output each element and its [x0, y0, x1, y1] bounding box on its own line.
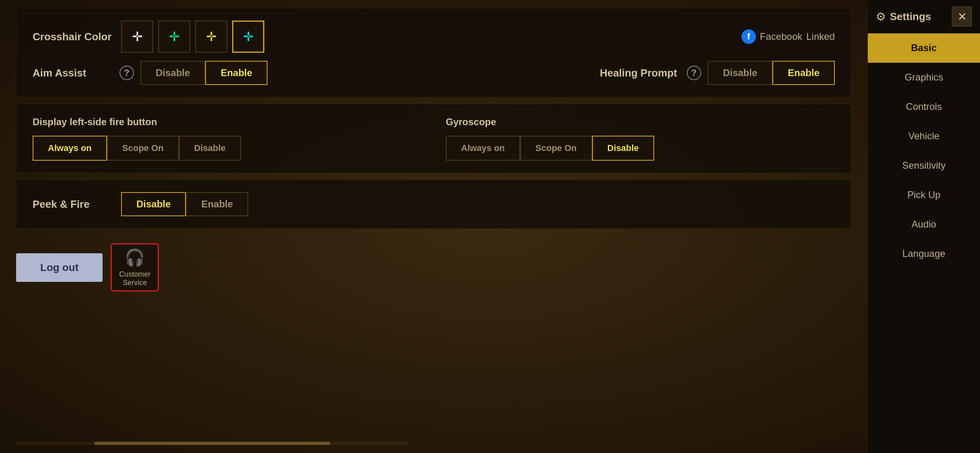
- gyro-scope-on[interactable]: Scope On: [520, 136, 592, 161]
- crosshair-label: Crosshair Color: [33, 31, 113, 43]
- healing-section: Healing Prompt ? Disable Enable: [600, 61, 835, 85]
- aim-healing-row: Aim Assist ? Disable Enable Healing Prom…: [33, 61, 835, 85]
- sidebar-item-sensitivity[interactable]: Sensitivity: [868, 151, 980, 180]
- gyro-always-on[interactable]: Always on: [446, 136, 520, 161]
- healing-disable[interactable]: Disable: [708, 61, 772, 85]
- sidebar-item-vehicle[interactable]: Vehicle: [868, 122, 980, 151]
- crosshair-options: ✛ ✛ ✛ ✛: [121, 21, 264, 53]
- facebook-linked: f Facebook Linked: [741, 29, 835, 44]
- customer-service-icon: 🎧: [125, 248, 145, 267]
- scroll-thumb: [95, 442, 330, 445]
- facebook-status: Linked: [806, 31, 835, 42]
- fire-always-on[interactable]: Always on: [33, 136, 107, 161]
- fire-disable[interactable]: Disable: [179, 136, 241, 161]
- sidebar-item-pickup[interactable]: Pick Up: [868, 180, 980, 210]
- healing-enable[interactable]: Enable: [772, 61, 835, 85]
- crosshair-white[interactable]: ✛: [121, 21, 153, 53]
- card-peek-fire: Peek & Fire Disable Enable: [16, 180, 851, 229]
- sidebar-item-audio[interactable]: Audio: [868, 210, 980, 239]
- fire-button-toggle: Always on Scope On Disable: [33, 136, 422, 161]
- healing-prompt-label: Healing Prompt: [600, 67, 680, 79]
- peek-fire-row: Peek & Fire Disable Enable: [33, 192, 835, 216]
- sidebar-header: ⚙ Settings ✕: [868, 0, 980, 33]
- logout-button[interactable]: Log out: [16, 253, 103, 282]
- two-col-settings: Display left-side fire button Always on …: [33, 116, 835, 161]
- crosshair-cyan-icon: ✛: [243, 30, 254, 43]
- facebook-label: Facebook: [760, 31, 802, 42]
- peek-fire-label: Peek & Fire: [33, 198, 113, 211]
- peek-fire-enable[interactable]: Enable: [186, 192, 248, 216]
- card-fire-gyro: Display left-side fire button Always on …: [16, 104, 851, 173]
- sidebar: ⚙ Settings ✕ Basic Graphics Controls Veh…: [867, 0, 980, 453]
- sidebar-title: Settings: [890, 10, 931, 23]
- crosshair-yellow[interactable]: ✛: [195, 21, 227, 53]
- main-container: Crosshair Color ✛ ✛ ✛ ✛ f: [0, 0, 980, 453]
- scroll-bar[interactable]: [16, 442, 409, 445]
- gyroscope-label: Gyroscope: [446, 116, 835, 128]
- crosshair-row: Crosshair Color ✛ ✛ ✛ ✛ f: [33, 21, 835, 53]
- gyroscope-toggle: Always on Scope On Disable: [446, 136, 835, 161]
- content-area: Crosshair Color ✛ ✛ ✛ ✛ f: [0, 0, 867, 453]
- customer-service-label: Customer Service: [112, 270, 158, 287]
- peek-fire-disable[interactable]: Disable: [121, 192, 186, 216]
- sidebar-item-language[interactable]: Language: [868, 239, 980, 269]
- customer-service-button[interactable]: 🎧 Customer Service: [111, 243, 159, 292]
- aim-assist-disable[interactable]: Disable: [140, 61, 205, 85]
- sidebar-title-row: ⚙ Settings: [876, 10, 931, 23]
- sidebar-item-controls[interactable]: Controls: [868, 92, 980, 122]
- peek-fire-toggle: Disable Enable: [121, 192, 248, 216]
- card-crosshair: Crosshair Color ✛ ✛ ✛ ✛ f: [16, 8, 851, 97]
- aim-assist-toggle: Disable Enable: [140, 61, 268, 85]
- crosshair-white-icon: ✛: [132, 30, 143, 43]
- bottom-row: Log out 🎧 Customer Service: [16, 235, 851, 300]
- crosshair-green-icon: ✛: [169, 30, 180, 43]
- gyro-disable[interactable]: Disable: [592, 136, 654, 161]
- close-button[interactable]: ✕: [952, 6, 972, 27]
- crosshair-green[interactable]: ✛: [158, 21, 190, 53]
- settings-gear-icon: ⚙: [876, 10, 886, 23]
- aim-assist-enable[interactable]: Enable: [205, 61, 268, 85]
- crosshair-cyan[interactable]: ✛: [232, 21, 264, 53]
- sidebar-item-basic[interactable]: Basic: [868, 33, 980, 63]
- healing-help[interactable]: ?: [687, 66, 701, 80]
- crosshair-yellow-icon: ✛: [206, 30, 217, 43]
- fire-button-label: Display left-side fire button: [33, 116, 422, 128]
- healing-toggle: Disable Enable: [708, 61, 835, 85]
- gyroscope-col: Gyroscope Always on Scope On Disable: [446, 116, 835, 161]
- sidebar-menu: Basic Graphics Controls Vehicle Sensitiv…: [868, 33, 980, 453]
- fire-scope-on[interactable]: Scope On: [107, 136, 179, 161]
- sidebar-item-graphics[interactable]: Graphics: [868, 63, 980, 92]
- facebook-icon: f: [741, 29, 756, 44]
- aim-assist-label: Aim Assist: [33, 67, 113, 79]
- fire-button-col: Display left-side fire button Always on …: [33, 116, 422, 161]
- aim-assist-help[interactable]: ?: [119, 66, 134, 80]
